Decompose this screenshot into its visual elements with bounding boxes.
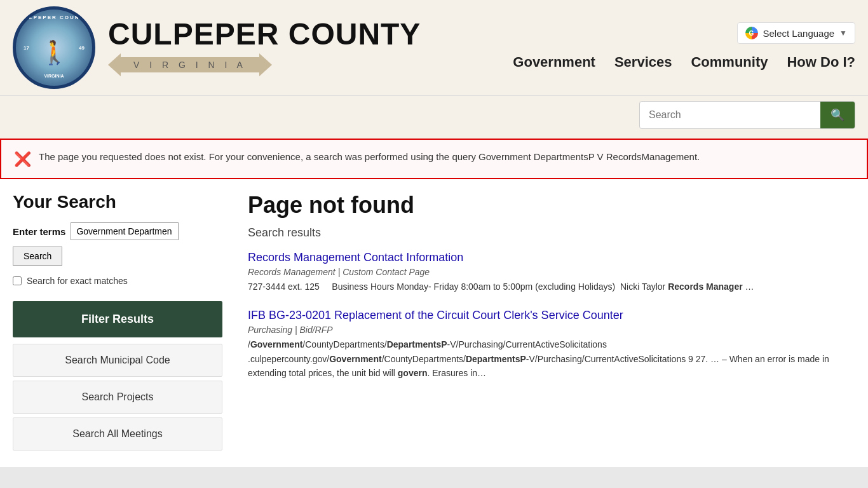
right-content: Page not found Search results Records Ma… [241,192,855,454]
ribbon-virginia-label: V I R G I N I A [121,57,259,72]
translate-bar[interactable]: G Select Language ▼ [737,22,856,44]
navigation: Government Services Community How Do I? [513,51,855,73]
search-submit-label: Search [24,251,51,261]
filter-results-button[interactable]: Filter Results [13,301,222,337]
nav-community[interactable]: Community [691,51,768,73]
filter-results-label: Filter Results [81,313,154,325]
page-title: Page not found [248,192,855,219]
search-submit-button[interactable]: Search [13,247,62,266]
nav-services[interactable]: Services [614,51,672,73]
sidebar: Your Search Enter terms Search Search fo… [13,192,241,454]
search-icon: 🔍 [831,108,844,122]
result-1-snippet: 727-3444 ext. 125 Business Hours Monday-… [248,280,855,294]
error-banner: ❌ The page you requested does not exist.… [0,139,868,179]
header-search-wrap: 🔍 [639,101,855,129]
header-search-input[interactable] [640,103,820,127]
logo-figure: 🚶 [40,39,69,66]
logo-bottom-text: VIRGINIA [44,74,64,78]
result-1-title: Records Management Contact Information [248,251,463,264]
enter-terms-row: Enter terms [13,222,222,240]
search-projects-button[interactable]: Search Projects [13,381,222,414]
exact-match-row: Search for exact matches [13,276,222,286]
header: CULPEPER COUNTY 17 49 🚶 VIRGINIA CULPEPE… [0,0,868,96]
search-municipal-code-label: Search Municipal Code [65,355,170,365]
nav-government[interactable]: Government [513,51,595,73]
county-logo: CULPEPER COUNTY 17 49 🚶 VIRGINIA [13,6,95,89]
error-message: The page you requested does not exist. F… [39,150,700,165]
search-all-meetings-label: Search All Meetings [72,428,162,439]
header-left: CULPEPER COUNTY 17 49 🚶 VIRGINIA CULPEPE… [13,6,421,89]
search-municipal-code-button[interactable]: Search Municipal Code [13,344,222,377]
search-result-1: Records Management Contact Information R… [248,251,855,294]
error-icon: ❌ [14,151,31,168]
nav-how-do-i[interactable]: How Do I? [787,51,855,73]
county-name: CULPEPER COUNTY [108,19,421,50]
header-search-button[interactable]: 🔍 [820,102,855,128]
header-title-block: CULPEPER COUNTY V I R G I N I A [108,19,421,76]
search-results-label: Search results [248,226,855,240]
exact-match-label: Search for exact matches [27,276,128,286]
logo-top-text: CULPEPER COUNTY [19,15,89,20]
logo-year-left: 17 [24,45,29,51]
google-icon: G [745,27,758,39]
result-2-title-link[interactable]: IFB BG-23-0201 Replacement of the Circui… [248,309,855,322]
translate-label: Select Language [763,28,835,39]
result-1-title-link[interactable]: Records Management Contact Information [248,251,855,264]
search-projects-label: Search Projects [82,391,154,402]
main-content: Your Search Enter terms Search Search fo… [0,179,868,467]
logo-years: 17 49 [16,45,92,51]
enter-terms-label: Enter terms [13,226,65,237]
logo-inner: CULPEPER COUNTY 17 49 🚶 VIRGINIA [16,10,92,86]
header-search-row: 🔍 [0,96,868,139]
search-all-meetings-button[interactable]: Search All Meetings [13,417,222,451]
search-terms-input[interactable] [71,222,179,240]
result-1-meta: Records Management | Custom Contact Page [248,267,855,277]
result-2-meta: Purchasing | Bid/RFP [248,325,855,335]
logo-year-right: 49 [79,45,85,51]
your-search-title: Your Search [13,192,222,212]
ribbon-right-arrow [259,53,272,76]
virginia-ribbon: V I R G I N I A [108,53,272,76]
result-2-title: IFB BG-23-0201 Replacement of the Circui… [248,309,623,322]
chevron-down-icon: ▼ [839,29,847,37]
search-result-2: IFB BG-23-0201 Replacement of the Circui… [248,309,855,380]
ribbon-left-arrow [108,53,121,76]
header-right: G Select Language ▼ Government Services … [513,22,855,73]
exact-match-checkbox[interactable] [13,276,22,285]
result-2-snippet: /Government/CountyDepartments/Department… [248,337,855,380]
